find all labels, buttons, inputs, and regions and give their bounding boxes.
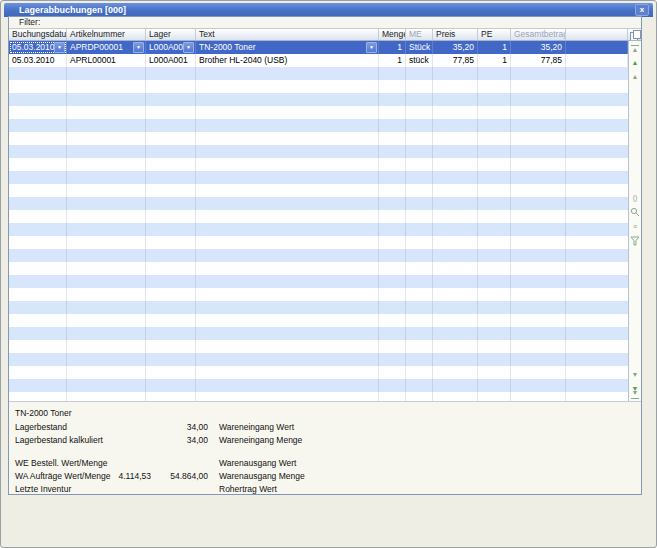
page-down-icon[interactable]: ▼	[629, 369, 641, 380]
dropdown-button[interactable]: ▼	[133, 42, 144, 53]
summary-row: Lagerbestand kalkuliert 34,00 Wareneinga…	[9, 434, 641, 447]
cell-menge[interactable]: 1	[379, 41, 406, 54]
inventory-grid: Filter: Buchungsdatum Artikelnummer Lage…	[8, 16, 642, 495]
column-separator	[378, 67, 379, 401]
summary-row: WE Bestell. Wert/Menge Warenausgang Wert	[9, 457, 641, 470]
cell-preis[interactable]: 35,20	[433, 41, 478, 54]
cell-buchungsdatum[interactable]: 05.03.2010 ▼	[9, 41, 67, 54]
summary-label: Lagerbestand kalkuliert	[15, 434, 103, 447]
column-header-empty	[566, 29, 628, 40]
column-separator	[565, 67, 566, 401]
summary-right-label: Wareneingang Wert	[219, 421, 294, 434]
scroll-to-top-icon[interactable]: ▲	[631, 45, 639, 55]
grid-side-toolbar: ▲ ▲ ▲ () ≡ ▼ ▼ ▼	[628, 41, 641, 401]
window: Lagerabbuchungen [000] x Filter: Buchung…	[0, 0, 657, 548]
grid-header: Buchungsdatum Artikelnummer Lager Text M…	[9, 29, 641, 41]
page-up-icon[interactable]: ▲	[629, 71, 641, 82]
close-button[interactable]: x	[635, 4, 649, 16]
summary-row: Letzte Inventur Rohertrag Wert	[9, 483, 641, 496]
column-separator	[405, 67, 406, 401]
summary-label: Letzte Inventur	[15, 483, 71, 496]
cell-me[interactable]: Stück	[406, 41, 433, 54]
column-header-preis[interactable]: Preis	[433, 29, 478, 40]
chevron-down-icon: ▼	[369, 44, 374, 50]
column-separator	[66, 67, 67, 401]
column-header-buchungsdatum[interactable]: Buchungsdatum	[9, 29, 67, 40]
column-header-gesamtbetrag[interactable]: Gesamtbetrag	[511, 29, 566, 40]
filter-bar[interactable]: Filter:	[9, 17, 641, 29]
grid-lines-icon[interactable]: ≡	[629, 221, 641, 232]
column-header-lager[interactable]: Lager	[146, 29, 196, 40]
column-header-artikelnummer[interactable]: Artikelnummer	[67, 29, 146, 40]
cell-pe[interactable]: 1	[478, 54, 511, 67]
cell-text[interactable]: Brother HL-2040 (USB)	[196, 54, 379, 67]
summary-row: WA Aufträge Wert/Menge 4.114,53 54.864,0…	[9, 470, 641, 483]
copy-grid-button[interactable]	[628, 29, 641, 40]
column-header-menge[interactable]: Menge	[379, 29, 406, 40]
scroll-to-bottom-icon[interactable]: ▼	[631, 388, 639, 399]
summary-panel: TN-2000 Toner Lagerbestand 34,00 Warenei…	[9, 401, 641, 494]
dropdown-button[interactable]: ▼	[366, 42, 377, 53]
column-header-text[interactable]: Text	[196, 29, 379, 40]
parentheses-icon[interactable]: ()	[629, 192, 641, 203]
cell-buchungsdatum[interactable]: 05.03.2010	[9, 54, 67, 67]
table-row[interactable]: 05.03.2010 APRL00001 L000A001 Brother HL…	[9, 54, 641, 67]
summary-right-label: Warenausgang Wert	[219, 457, 296, 470]
chevron-down-icon: ▼	[186, 44, 191, 50]
cell-text[interactable]: TN-2000 Toner ▼	[196, 41, 379, 54]
cell-artikelnummer[interactable]: APRDP00001 ▼	[67, 41, 146, 54]
column-separator	[195, 67, 196, 401]
column-separator	[510, 67, 511, 401]
titlebar[interactable]: Lagerabbuchungen [000] x	[4, 3, 653, 17]
summary-right-label: Rohertrag Wert	[219, 483, 277, 496]
column-header-me[interactable]: ME	[406, 29, 433, 40]
column-separator	[477, 67, 478, 401]
copy-icon	[630, 32, 638, 40]
column-header-pe[interactable]: PE	[478, 29, 511, 40]
cell-preis[interactable]: 77,85	[433, 54, 478, 67]
dropdown-button[interactable]: ▼	[183, 42, 194, 53]
filter-icon[interactable]	[629, 236, 641, 247]
cell-me[interactable]: stück	[406, 54, 433, 67]
summary-value: 54.864,00	[153, 470, 208, 483]
column-separator	[145, 67, 146, 401]
empty-rows-area	[9, 67, 628, 401]
cell-gesamtbetrag[interactable]: 77,85	[511, 54, 566, 67]
summary-value: 34,00	[153, 434, 208, 447]
summary-right-label: Warenausgang Menge	[219, 470, 305, 483]
chevron-down-icon: ▼	[57, 44, 62, 50]
column-separator	[432, 67, 433, 401]
search-icon[interactable]	[629, 207, 641, 218]
chevron-down-icon: ▼	[136, 44, 141, 50]
cell-artikelnummer[interactable]: APRL00001	[67, 54, 146, 67]
summary-value: 34,00	[153, 421, 208, 434]
jump-up-icon[interactable]: ▲	[629, 57, 641, 68]
grid-rows: 05.03.2010 ▼ APRDP00001 ▼ L000A001 ▼ TN-…	[9, 41, 641, 401]
summary-row: Lagerbestand 34,00 Wareneingang Wert	[9, 421, 641, 434]
close-icon: x	[640, 5, 644, 14]
cell-empty	[566, 41, 628, 54]
cell-lager[interactable]: L000A001	[146, 54, 196, 67]
summary-value: 4.114,53	[69, 470, 151, 483]
cell-menge[interactable]: 1	[379, 54, 406, 67]
summary-right-label: Wareneingang Menge	[219, 434, 302, 447]
summary-title: TN-2000 Toner	[15, 408, 72, 418]
cell-lager[interactable]: L000A001 ▼	[146, 41, 196, 54]
window-title: Lagerabbuchungen [000]	[19, 5, 126, 15]
summary-label: Lagerbestand	[15, 421, 67, 434]
summary-label: WE Bestell. Wert/Menge	[15, 457, 107, 470]
cell-gesamtbetrag[interactable]: 35,20	[511, 41, 566, 54]
table-row[interactable]: 05.03.2010 ▼ APRDP00001 ▼ L000A001 ▼ TN-…	[9, 41, 641, 54]
filter-label: Filter:	[19, 17, 40, 27]
dropdown-button[interactable]: ▼	[54, 42, 65, 53]
cell-empty	[566, 54, 628, 67]
cell-pe[interactable]: 1	[478, 41, 511, 54]
